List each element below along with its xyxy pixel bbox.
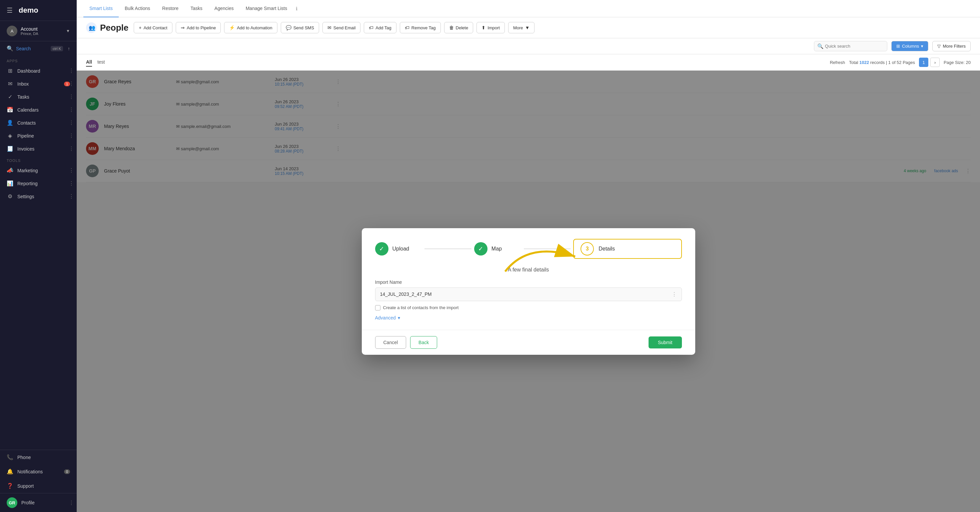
sidebar-item-label: Settings xyxy=(18,194,34,199)
total-records: Total 1022 records | 1 of 52 Pages xyxy=(849,60,915,65)
calendars-icon: 📅 xyxy=(7,106,13,113)
sidebar-item-contacts[interactable]: 👤 Contacts ⋮ xyxy=(0,116,77,129)
tab-smart-lists[interactable]: Smart Lists xyxy=(83,0,119,17)
step-1-done-icon: ✓ xyxy=(375,242,388,255)
sidebar-item-label: Marketing xyxy=(18,168,38,173)
quick-search-icon: 🔍 xyxy=(817,43,824,49)
total-count: 1022 xyxy=(859,60,869,65)
sidebar-item-notifications[interactable]: 🔔 Notifications 0 xyxy=(0,464,77,479)
search-kbd: ctrl K xyxy=(51,46,63,51)
more-icon: ⋮ xyxy=(69,193,74,200)
modal-body: ✓ Upload ✓ Map 3 xyxy=(362,228,695,330)
remove-tag-icon: 🏷 xyxy=(405,25,409,30)
tab-all[interactable]: All xyxy=(86,58,92,67)
page-1-button[interactable]: 1 xyxy=(919,58,928,67)
send-email-button[interactable]: ✉ Send Email xyxy=(323,22,360,33)
advanced-label: Advanced xyxy=(375,315,396,320)
sidebar-item-label: Invoices xyxy=(18,146,34,152)
invoices-icon: 🧾 xyxy=(7,146,13,152)
sidebar-item-reporting[interactable]: 📊 Reporting ⋮ xyxy=(0,177,77,190)
tab-bulk-actions[interactable]: Bulk Actions xyxy=(119,0,156,17)
sidebar-item-pipeline[interactable]: ◈ Pipeline ⋮ xyxy=(0,129,77,142)
tab-manage-smart-lists[interactable]: Manage Smart Lists xyxy=(240,0,293,17)
sidebar-item-phone[interactable]: 📞 Phone xyxy=(0,450,77,464)
step-connector-2 xyxy=(524,249,571,249)
email-icon: ✉ xyxy=(328,25,331,30)
app-logo: demo xyxy=(19,6,38,15)
columns-button[interactable]: ⊞ Columns ▾ xyxy=(891,41,928,51)
sidebar-item-marketing[interactable]: 📣 Marketing ⋮ xyxy=(0,164,77,177)
cancel-button[interactable]: Cancel xyxy=(375,336,406,349)
sidebar-item-label: Tasks xyxy=(18,94,29,100)
step-1-label: Upload xyxy=(393,246,409,252)
notifications-label: Notifications xyxy=(18,469,43,474)
toolbar-right: Refresh Total 1022 records | 1 of 52 Pag… xyxy=(830,58,970,67)
add-tag-button[interactable]: 🏷 Add Tag xyxy=(364,22,396,33)
account-switcher[interactable]: A Account Prince, DA ▼ xyxy=(0,21,77,41)
columns-chevron-icon: ▾ xyxy=(921,44,923,49)
quick-search-input[interactable] xyxy=(814,41,887,51)
tab-restore[interactable]: Restore xyxy=(156,0,185,17)
dashboard-icon: ⊞ xyxy=(7,68,13,74)
more-icon: ⋮ xyxy=(69,167,74,174)
svg-text:👥: 👥 xyxy=(89,25,95,31)
filters-icon: ▽ xyxy=(937,44,941,49)
create-list-label: Create a list of contacts from the impor… xyxy=(383,305,459,310)
sidebar-item-calendars[interactable]: 📅 Calendars ⋮ xyxy=(0,103,77,116)
sidebar-search[interactable]: 🔍 Search ctrl K ↑ xyxy=(0,41,77,55)
create-list-checkbox[interactable] xyxy=(375,305,380,311)
sidebar-item-profile[interactable]: GR Profile ⋮ xyxy=(0,493,77,512)
sidebar: ☰ demo A Account Prince, DA ▼ 🔍 Search c… xyxy=(0,0,77,512)
apps-section-label: Apps xyxy=(0,55,77,64)
search-label: Search xyxy=(16,46,31,51)
sidebar-item-support[interactable]: ❓ Support xyxy=(0,479,77,493)
support-icon: ❓ xyxy=(7,483,13,489)
tab-agencies[interactable]: Agencies xyxy=(208,0,240,17)
sidebar-item-label: Inbox xyxy=(18,81,29,87)
more-icon: ⋮ xyxy=(69,133,74,139)
more-filters-button[interactable]: ▽ More Filters xyxy=(932,41,970,51)
add-contact-button[interactable]: + Add Contact xyxy=(134,22,172,33)
create-list-checkbox-row: Create a list of contacts from the impor… xyxy=(375,305,682,311)
modal-subtitle: A few final details xyxy=(375,267,682,273)
submit-button[interactable]: Submit xyxy=(649,336,682,349)
remove-tag-button[interactable]: 🏷 Remove Tag xyxy=(400,22,441,33)
tab-test[interactable]: test xyxy=(97,58,105,67)
info-icon: ℹ xyxy=(296,6,298,11)
tab-tasks[interactable]: Tasks xyxy=(185,0,208,17)
sidebar-item-label: Contacts xyxy=(18,120,36,125)
step-3-label: Details xyxy=(598,246,615,252)
toolbar: All test Refresh Total 1022 records | 1 … xyxy=(77,54,980,71)
send-sms-button[interactable]: 💬 Send SMS xyxy=(281,22,319,33)
pagination: 1 › xyxy=(919,58,940,67)
more-icon: ⋮ xyxy=(69,106,74,113)
automation-icon: ⚡ xyxy=(229,25,235,30)
delete-button[interactable]: 🗑 Delete xyxy=(444,22,474,33)
page-next-button[interactable]: › xyxy=(930,58,940,67)
sms-icon: 💬 xyxy=(286,25,291,30)
import-name-value: 14_JUL_2023_2_47_PM xyxy=(380,292,432,297)
add-to-pipeline-button[interactable]: ⇒ Add to Pipeline xyxy=(176,22,221,33)
main-content: Smart Lists Bulk Actions Restore Tasks A… xyxy=(77,0,980,512)
import-name-input[interactable]: 14_JUL_2023_2_47_PM ⋮ xyxy=(375,287,682,301)
import-icon: ⬆ xyxy=(482,25,485,30)
sidebar-item-label: Pipeline xyxy=(18,133,34,139)
more-arrow-icon: ▼ xyxy=(525,25,530,30)
sidebar-item-inbox[interactable]: ✉ Inbox 1 ⋮ xyxy=(0,77,77,90)
import-button[interactable]: ⬆ Import xyxy=(477,22,505,33)
modal-overlay: ✓ Upload ✓ Map 3 xyxy=(77,71,980,512)
more-icon: ⋮ xyxy=(69,500,74,506)
back-button[interactable]: Back xyxy=(410,336,437,349)
sidebar-item-dashboard[interactable]: ⊞ Dashboard ⋮ xyxy=(0,64,77,77)
sidebar-item-tasks[interactable]: ✓ Tasks ⋮ xyxy=(0,90,77,103)
sidebar-bottom: 📞 Phone 🔔 Notifications 0 ❓ Support GR P… xyxy=(0,450,77,512)
advanced-chevron-icon: ▾ xyxy=(398,315,400,320)
refresh-button[interactable]: Refresh xyxy=(830,60,845,65)
hamburger-icon[interactable]: ☰ xyxy=(7,6,13,14)
add-to-automation-button[interactable]: ⚡ Add to Automation xyxy=(224,22,277,33)
more-icon: ⋮ xyxy=(69,81,74,87)
sidebar-item-invoices[interactable]: 🧾 Invoices ⋮ xyxy=(0,142,77,155)
advanced-toggle[interactable]: Advanced ▾ xyxy=(375,315,682,320)
sidebar-item-settings[interactable]: ⚙ Settings ⋮ xyxy=(0,190,77,203)
more-button[interactable]: More ▼ xyxy=(508,22,535,33)
